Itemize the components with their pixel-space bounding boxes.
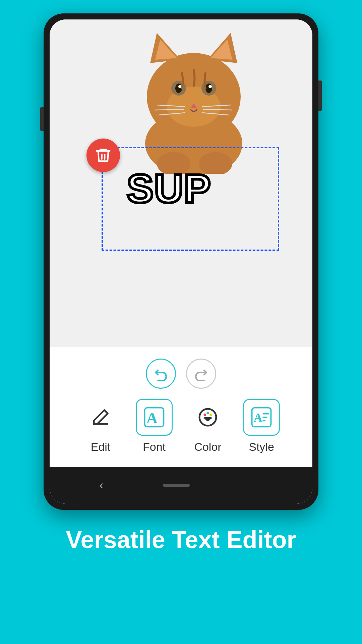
edit-icon-container [82,399,119,436]
svg-text:A: A [146,410,158,427]
trash-icon [95,147,112,164]
style-label: Style [249,440,274,453]
tool-style[interactable]: A Style [243,399,280,453]
bottom-caption: Versatile Text Editor [46,527,316,553]
font-icon-container: A [136,399,173,436]
svg-point-28 [204,414,206,416]
undo-redo-row [50,347,312,399]
canvas-area: SUP [50,19,312,347]
tools-row: Edit A Font [50,399,312,467]
svg-text:A: A [254,411,262,424]
undo-icon [154,367,168,381]
power-button [318,80,322,111]
color-label: Color [194,440,221,453]
home-indicator[interactable] [163,484,190,487]
tool-color[interactable]: Color [189,399,226,453]
caption-text: Versatile Text Editor [66,526,296,553]
font-icon: A [144,407,165,428]
undo-button[interactable] [146,359,176,389]
svg-point-30 [209,414,212,416]
tool-edit[interactable]: Edit [82,399,119,453]
nav-bar: ‹ [50,467,312,504]
phone-screen: SUP [50,19,312,504]
delete-button[interactable] [86,139,120,172]
color-icon-container [189,399,226,436]
volume-button [40,107,44,131]
text-overlay[interactable]: SUP [127,165,212,212]
edit-label: Edit [91,440,111,453]
style-icon: A [251,407,272,428]
redo-button[interactable] [186,359,216,389]
pencil-icon [90,407,111,427]
phone-frame: SUP [44,13,318,510]
back-button[interactable]: ‹ [100,478,104,492]
style-icon-container: A [243,399,280,436]
toolbar-area: Edit A Font [50,347,312,467]
svg-point-12 [208,85,212,88]
redo-icon [194,367,208,381]
palette-icon [198,407,218,427]
tool-font[interactable]: A Font [136,399,173,453]
svg-point-29 [206,412,209,415]
font-label: Font [143,440,166,453]
